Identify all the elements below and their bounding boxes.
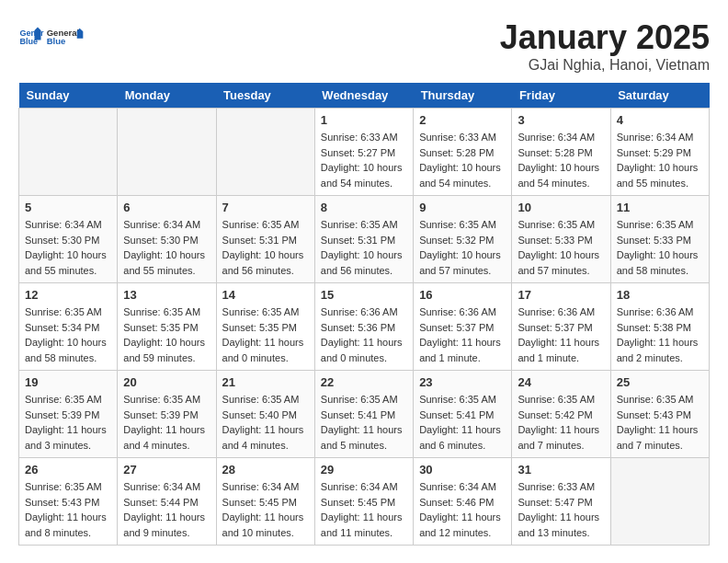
- day-info: Sunrise: 6:33 AMSunset: 5:28 PMDaylight:…: [419, 130, 506, 190]
- calendar-week-1: 1 Sunrise: 6:33 AMSunset: 5:27 PMDayligh…: [19, 109, 710, 196]
- calendar-cell: 21 Sunrise: 6:35 AMSunset: 5:40 PMDaylig…: [216, 371, 314, 458]
- day-info: Sunrise: 6:35 AMSunset: 5:41 PMDaylight:…: [321, 392, 407, 453]
- calendar-cell: 12 Sunrise: 6:35 AMSunset: 5:34 PMDaylig…: [19, 283, 118, 371]
- day-number: 16: [419, 288, 506, 302]
- calendar-cell: 3 Sunrise: 6:34 AMSunset: 5:28 PMDayligh…: [512, 109, 610, 196]
- day-number: 29: [321, 463, 407, 477]
- month-title: January 2025: [500, 18, 710, 57]
- day-number: 4: [617, 113, 703, 127]
- day-number: 22: [321, 375, 407, 389]
- calendar-cell: 30 Sunrise: 6:34 AMSunset: 5:46 PMDaylig…: [414, 458, 512, 546]
- calendar-cell: 20 Sunrise: 6:35 AMSunset: 5:39 PMDaylig…: [118, 371, 216, 458]
- logo: General Blue General Blue: [18, 18, 86, 55]
- calendar-cell: 28 Sunrise: 6:34 AMSunset: 5:45 PMDaylig…: [216, 458, 314, 546]
- day-info: Sunrise: 6:35 AMSunset: 5:42 PMDaylight:…: [518, 392, 604, 453]
- calendar-cell: 15 Sunrise: 6:36 AMSunset: 5:36 PMDaylig…: [314, 283, 413, 371]
- day-info: Sunrise: 6:34 AMSunset: 5:46 PMDaylight:…: [419, 479, 506, 540]
- calendar-cell: [610, 458, 709, 546]
- day-info: Sunrise: 6:36 AMSunset: 5:37 PMDaylight:…: [518, 304, 604, 365]
- day-info: Sunrise: 6:36 AMSunset: 5:36 PMDaylight:…: [321, 304, 407, 365]
- day-number: 3: [518, 113, 604, 127]
- day-number: 7: [222, 201, 309, 214]
- day-number: 8: [321, 201, 407, 214]
- calendar-week-4: 19 Sunrise: 6:35 AMSunset: 5:39 PMDaylig…: [19, 371, 710, 458]
- day-number: 2: [419, 113, 506, 127]
- day-number: 5: [25, 201, 111, 214]
- day-info: Sunrise: 6:35 AMSunset: 5:40 PMDaylight:…: [222, 392, 309, 453]
- weekday-header-saturday: Saturday: [610, 83, 709, 109]
- day-number: 27: [123, 463, 210, 477]
- day-info: Sunrise: 6:34 AMSunset: 5:45 PMDaylight:…: [321, 479, 407, 540]
- day-number: 17: [518, 288, 604, 302]
- day-number: 14: [222, 288, 309, 302]
- day-info: Sunrise: 6:35 AMSunset: 5:43 PMDaylight:…: [617, 392, 703, 453]
- calendar-cell: 22 Sunrise: 6:35 AMSunset: 5:41 PMDaylig…: [314, 371, 413, 458]
- calendar-cell: 11 Sunrise: 6:35 AMSunset: 5:33 PMDaylig…: [610, 196, 709, 283]
- logo-graphic: General Blue: [46, 18, 86, 55]
- weekday-header-tuesday: Tuesday: [216, 83, 314, 109]
- day-number: 12: [25, 288, 111, 302]
- day-number: 11: [617, 201, 703, 214]
- calendar-cell: 4 Sunrise: 6:34 AMSunset: 5:29 PMDayligh…: [610, 109, 709, 196]
- day-number: 28: [222, 463, 309, 477]
- day-info: Sunrise: 6:34 AMSunset: 5:30 PMDaylight:…: [123, 217, 210, 278]
- calendar-cell: 25 Sunrise: 6:35 AMSunset: 5:43 PMDaylig…: [610, 371, 709, 458]
- calendar-week-2: 5 Sunrise: 6:34 AMSunset: 5:30 PMDayligh…: [19, 196, 710, 283]
- calendar-cell: 2 Sunrise: 6:33 AMSunset: 5:28 PMDayligh…: [414, 109, 512, 196]
- day-info: Sunrise: 6:35 AMSunset: 5:32 PMDaylight:…: [419, 217, 506, 278]
- day-info: Sunrise: 6:34 AMSunset: 5:45 PMDaylight:…: [222, 479, 309, 540]
- page-header: General Blue General Blue January 2025 G…: [18, 18, 710, 74]
- weekday-header-wednesday: Wednesday: [314, 83, 413, 109]
- day-number: 30: [419, 463, 506, 477]
- day-info: Sunrise: 6:35 AMSunset: 5:43 PMDaylight:…: [25, 479, 111, 540]
- day-number: 19: [25, 375, 111, 389]
- calendar-week-5: 26 Sunrise: 6:35 AMSunset: 5:43 PMDaylig…: [19, 458, 710, 546]
- day-number: 26: [25, 463, 111, 477]
- title-block: January 2025 GJai Nghia, Hanoi, Vietnam: [500, 18, 710, 74]
- day-info: Sunrise: 6:35 AMSunset: 5:33 PMDaylight:…: [518, 217, 604, 278]
- day-info: Sunrise: 6:36 AMSunset: 5:37 PMDaylight:…: [419, 304, 506, 365]
- day-info: Sunrise: 6:33 AMSunset: 5:27 PMDaylight:…: [321, 130, 407, 190]
- day-number: 1: [321, 113, 407, 127]
- calendar-cell: 27 Sunrise: 6:34 AMSunset: 5:44 PMDaylig…: [118, 458, 216, 546]
- calendar-cell: [216, 109, 314, 196]
- day-number: 6: [123, 201, 210, 214]
- day-info: Sunrise: 6:35 AMSunset: 5:31 PMDaylight:…: [222, 217, 309, 278]
- day-info: Sunrise: 6:34 AMSunset: 5:29 PMDaylight:…: [617, 130, 703, 190]
- weekday-header-row: SundayMondayTuesdayWednesdayThursdayFrid…: [19, 83, 710, 109]
- weekday-header-friday: Friday: [512, 83, 610, 109]
- calendar-cell: 23 Sunrise: 6:35 AMSunset: 5:41 PMDaylig…: [414, 371, 512, 458]
- calendar-cell: 16 Sunrise: 6:36 AMSunset: 5:37 PMDaylig…: [414, 283, 512, 371]
- weekday-header-thursday: Thursday: [414, 83, 512, 109]
- calendar-cell: [19, 109, 118, 196]
- calendar-cell: 31 Sunrise: 6:33 AMSunset: 5:47 PMDaylig…: [512, 458, 610, 546]
- calendar-cell: 8 Sunrise: 6:35 AMSunset: 5:31 PMDayligh…: [314, 196, 413, 283]
- day-number: 31: [518, 463, 604, 477]
- calendar-cell: 9 Sunrise: 6:35 AMSunset: 5:32 PMDayligh…: [414, 196, 512, 283]
- calendar-table: SundayMondayTuesdayWednesdayThursdayFrid…: [18, 83, 710, 546]
- day-info: Sunrise: 6:35 AMSunset: 5:41 PMDaylight:…: [419, 392, 506, 453]
- day-info: Sunrise: 6:36 AMSunset: 5:38 PMDaylight:…: [617, 304, 703, 365]
- calendar-cell: 13 Sunrise: 6:35 AMSunset: 5:35 PMDaylig…: [118, 283, 216, 371]
- day-number: 20: [123, 375, 210, 389]
- day-number: 21: [222, 375, 309, 389]
- calendar-week-3: 12 Sunrise: 6:35 AMSunset: 5:34 PMDaylig…: [19, 283, 710, 371]
- calendar-cell: 19 Sunrise: 6:35 AMSunset: 5:39 PMDaylig…: [19, 371, 118, 458]
- svg-text:Blue: Blue: [47, 36, 66, 46]
- day-info: Sunrise: 6:34 AMSunset: 5:30 PMDaylight:…: [25, 217, 111, 278]
- day-info: Sunrise: 6:35 AMSunset: 5:31 PMDaylight:…: [321, 217, 407, 278]
- calendar-cell: [118, 109, 216, 196]
- day-info: Sunrise: 6:35 AMSunset: 5:35 PMDaylight:…: [222, 304, 309, 365]
- calendar-cell: 5 Sunrise: 6:34 AMSunset: 5:30 PMDayligh…: [19, 196, 118, 283]
- day-number: 18: [617, 288, 703, 302]
- day-info: Sunrise: 6:35 AMSunset: 5:39 PMDaylight:…: [123, 392, 210, 453]
- day-info: Sunrise: 6:34 AMSunset: 5:44 PMDaylight:…: [123, 479, 210, 540]
- calendar-cell: 26 Sunrise: 6:35 AMSunset: 5:43 PMDaylig…: [19, 458, 118, 546]
- day-number: 23: [419, 375, 506, 389]
- calendar-cell: 24 Sunrise: 6:35 AMSunset: 5:42 PMDaylig…: [512, 371, 610, 458]
- calendar-cell: 6 Sunrise: 6:34 AMSunset: 5:30 PMDayligh…: [118, 196, 216, 283]
- day-info: Sunrise: 6:35 AMSunset: 5:39 PMDaylight:…: [25, 392, 111, 453]
- day-number: 25: [617, 375, 703, 389]
- calendar-cell: 18 Sunrise: 6:36 AMSunset: 5:38 PMDaylig…: [610, 283, 709, 371]
- day-number: 13: [123, 288, 210, 302]
